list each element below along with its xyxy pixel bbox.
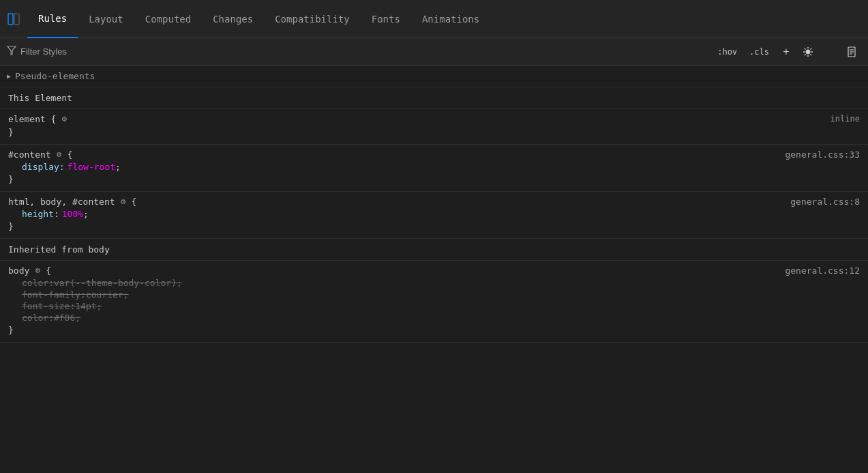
filter-styles-input[interactable] [20,46,713,57]
rule-selector-html-body: html, body, #content ⚙ { [8,196,136,207]
inherited-from-body-label: Inherited from body [0,239,868,261]
prop-value-color-f06: #f06 [54,313,75,323]
this-element-label: This Element [0,87,868,109]
toolbar: :hov .cls + [0,38,868,66]
rule-header-html-body: html, body, #content ⚙ { general.css:8 [8,196,860,208]
prop-value-100: 100% [62,209,83,219]
tab-changes[interactable]: Changes [202,0,264,38]
css-property-color-var: color : var(--theme-body-color) ; [8,277,860,289]
light-theme-button[interactable] [798,42,818,61]
css-property-height: height : 100% ; [8,208,860,220]
prop-name-display: display [22,162,59,172]
rule-header: element { ⚙ inline [8,113,860,126]
rule-selector-body: body ⚙ { [8,265,51,276]
prop-name-font-size: font-size [22,301,70,311]
css-rule-element-inline: element { ⚙ inline } [0,109,868,145]
curly-close-html-body: } [8,220,860,233]
tab-animations[interactable]: Animations [411,0,490,38]
cls-button[interactable]: .cls [745,45,774,59]
toolbar-buttons: :hov .cls + [713,42,861,61]
svg-rect-0 [8,14,13,25]
filter-icon [7,46,16,57]
prop-value-flow-root: flow-root [68,162,115,172]
svg-rect-1 [14,14,19,25]
css-rule-body: body ⚙ { general.css:12 color : var(--th… [0,261,868,343]
rule-header-content: #content ⚙ { general.css:33 [8,149,860,161]
gear-icon[interactable]: ⚙ [59,113,70,124]
tab-bar: Rules Layout Computed Changes Compatibil… [0,0,868,38]
css-rule-html-body: html, body, #content ⚙ { general.css:8 h… [0,192,868,239]
hov-button[interactable]: :hov [713,45,742,59]
source-inline: inline [830,114,860,124]
prop-value-font-size: 14pt [75,301,96,311]
curly-close-content: } [8,173,860,186]
svg-line-8 [805,48,806,50]
prop-name-color-1: color [22,278,48,288]
curly-close-body: } [8,324,860,336]
tab-compatibility[interactable]: Compatibility [264,0,361,38]
rule-selector: element { ⚙ [8,113,70,124]
svg-line-10 [811,48,812,50]
source-link-body[interactable]: general.css:12 [785,266,860,276]
css-property-font-size: font-size : 14pt ; [8,300,860,312]
css-property-font-family: font-family : courier ; [8,289,860,300]
pseudo-elements-label: Pseudo-elements [15,71,95,81]
add-rule-button[interactable]: + [777,42,796,61]
pseudo-elements-header[interactable]: ▶ Pseudo-elements [0,66,868,87]
svg-line-11 [805,54,806,55]
curly-close: } [8,126,860,139]
tab-fonts[interactable]: Fonts [361,0,411,38]
rule-header-body: body ⚙ { general.css:12 [8,265,860,277]
tab-rules[interactable]: Rules [27,0,78,38]
pseudo-elements-arrow: ▶ [7,72,11,80]
print-styles-button[interactable] [842,42,861,61]
gear-icon-html-body[interactable]: ⚙ [118,196,129,207]
svg-point-3 [806,49,811,54]
sidebar-toggle-button[interactable] [3,8,25,30]
gear-icon-content[interactable]: ⚙ [54,149,65,160]
tab-computed[interactable]: Computed [134,0,202,38]
prop-name-height: height [22,209,54,219]
dark-theme-button[interactable] [820,42,839,61]
css-property-display: display : flow-root ; [8,161,860,173]
svg-line-9 [811,54,812,55]
prop-name-font-family: font-family [22,289,80,300]
css-property-color-f06: color : #f06 ; [8,312,860,324]
source-link-html-body[interactable]: general.css:8 [790,197,860,207]
prop-value-font-family: courier [86,289,123,300]
css-rule-content: #content ⚙ { general.css:33 display : fl… [0,145,868,192]
svg-marker-2 [8,46,16,55]
gear-icon-body[interactable]: ⚙ [32,265,43,276]
rule-selector-content: #content ⚙ { [8,149,72,160]
tab-layout[interactable]: Layout [78,0,134,38]
prop-name-color-2: color [22,313,48,323]
source-link-content[interactable]: general.css:33 [785,149,860,160]
prop-value-color-var: var(--theme-body-color) [54,278,177,288]
main-content: ▶ Pseudo-elements This Element element {… [0,66,868,473]
